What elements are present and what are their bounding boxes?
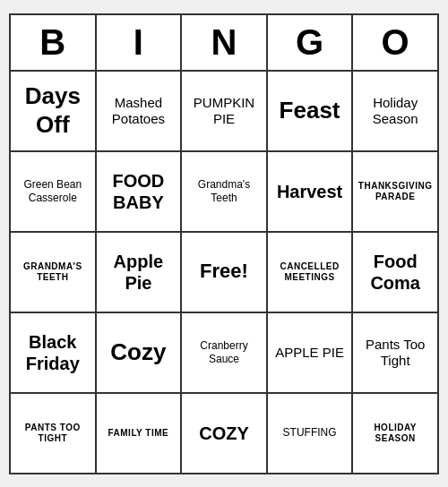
cell-text: APPLE PIE bbox=[275, 345, 344, 361]
bingo-cell[interactable]: COZY bbox=[182, 394, 268, 473]
cell-text: Apple Pie bbox=[100, 251, 177, 294]
bingo-cell[interactable]: GRANDMA'S TEETH bbox=[11, 233, 97, 312]
bingo-cell[interactable]: Free! bbox=[182, 233, 268, 312]
cell-text: PANTS TOO TIGHT bbox=[14, 423, 91, 444]
cell-text: Days Off bbox=[14, 82, 91, 138]
bingo-cell[interactable]: Cozy bbox=[97, 313, 183, 392]
bingo-row: Black FridayCozyCranberry SauceAPPLE PIE… bbox=[11, 313, 437, 394]
bingo-header-letter: G bbox=[268, 15, 354, 70]
cell-text: Harvest bbox=[277, 181, 342, 202]
cell-text: FOOD BABY bbox=[100, 170, 177, 213]
bingo-cell[interactable]: Black Friday bbox=[11, 313, 97, 392]
bingo-row: Days OffMashed PotatoesPUMPKIN PIEFeastH… bbox=[11, 72, 437, 152]
cell-text: Mashed Potatoes bbox=[100, 95, 177, 127]
cell-text: FAMILY TIME bbox=[108, 428, 169, 439]
bingo-cell[interactable]: Cranberry Sauce bbox=[182, 313, 268, 392]
bingo-cell[interactable]: APPLE PIE bbox=[268, 313, 354, 392]
cell-text: PUMPKIN PIE bbox=[185, 95, 263, 127]
cell-text: HOLIDAY SEASON bbox=[357, 423, 434, 444]
bingo-cell[interactable]: Days Off bbox=[11, 72, 97, 150]
bingo-grid: Days OffMashed PotatoesPUMPKIN PIEFeastH… bbox=[11, 72, 437, 473]
bingo-cell[interactable]: CANCELLED MEETINGS bbox=[268, 233, 354, 312]
cell-text: Cranberry Sauce bbox=[185, 339, 263, 365]
cell-text: Cozy bbox=[110, 338, 166, 366]
cell-text: STUFFING bbox=[283, 426, 337, 439]
bingo-row: Green Bean CasseroleFOOD BABYGrandma's T… bbox=[11, 152, 437, 233]
bingo-cell[interactable]: FAMILY TIME bbox=[97, 394, 183, 473]
cell-text: Green Bean Casserole bbox=[14, 178, 91, 204]
bingo-row: PANTS TOO TIGHTFAMILY TIMECOZYSTUFFINGHO… bbox=[11, 394, 437, 473]
cell-text: GRANDMA'S TEETH bbox=[14, 261, 91, 283]
bingo-cell[interactable]: Grandma's Teeth bbox=[182, 152, 268, 231]
cell-text: Black Friday bbox=[14, 331, 91, 374]
bingo-cell[interactable]: Food Coma bbox=[353, 233, 437, 312]
cell-text: Pants Too Tight bbox=[357, 337, 434, 369]
bingo-cell[interactable]: Mashed Potatoes bbox=[97, 72, 183, 150]
bingo-cell[interactable]: Pants Too Tight bbox=[353, 313, 437, 392]
bingo-header: BINGO bbox=[11, 15, 437, 72]
cell-text: Holiday Season bbox=[357, 95, 434, 127]
bingo-cell[interactable]: HOLIDAY SEASON bbox=[353, 394, 437, 473]
bingo-cell[interactable]: Green Bean Casserole bbox=[11, 152, 97, 231]
cell-text: COZY bbox=[199, 423, 249, 444]
cell-text: Feast bbox=[280, 97, 340, 124]
bingo-card: BINGO Days OffMashed PotatoesPUMPKIN PIE… bbox=[9, 13, 439, 474]
bingo-cell[interactable]: Apple Pie bbox=[97, 233, 183, 312]
cell-text: Grandma's Teeth bbox=[185, 178, 263, 204]
cell-text: THANKSGIVING PARADE bbox=[357, 181, 434, 202]
bingo-cell[interactable]: Feast bbox=[268, 72, 354, 150]
bingo-header-letter: I bbox=[97, 15, 183, 70]
bingo-header-letter: O bbox=[353, 15, 437, 70]
cell-text: Food Coma bbox=[357, 251, 434, 294]
bingo-header-letter: N bbox=[182, 15, 268, 70]
bingo-cell[interactable]: PANTS TOO TIGHT bbox=[11, 394, 97, 473]
bingo-cell[interactable]: Holiday Season bbox=[353, 72, 437, 150]
bingo-cell[interactable]: FOOD BABY bbox=[97, 152, 183, 231]
bingo-row: GRANDMA'S TEETHApple PieFree!CANCELLED M… bbox=[11, 233, 437, 313]
bingo-cell[interactable]: THANKSGIVING PARADE bbox=[353, 152, 437, 231]
bingo-cell[interactable]: PUMPKIN PIE bbox=[182, 72, 268, 150]
cell-text: CANCELLED MEETINGS bbox=[271, 261, 349, 283]
bingo-cell[interactable]: STUFFING bbox=[268, 394, 354, 473]
cell-text: Free! bbox=[200, 260, 248, 283]
bingo-cell[interactable]: Harvest bbox=[268, 152, 354, 231]
bingo-header-letter: B bbox=[11, 15, 97, 70]
